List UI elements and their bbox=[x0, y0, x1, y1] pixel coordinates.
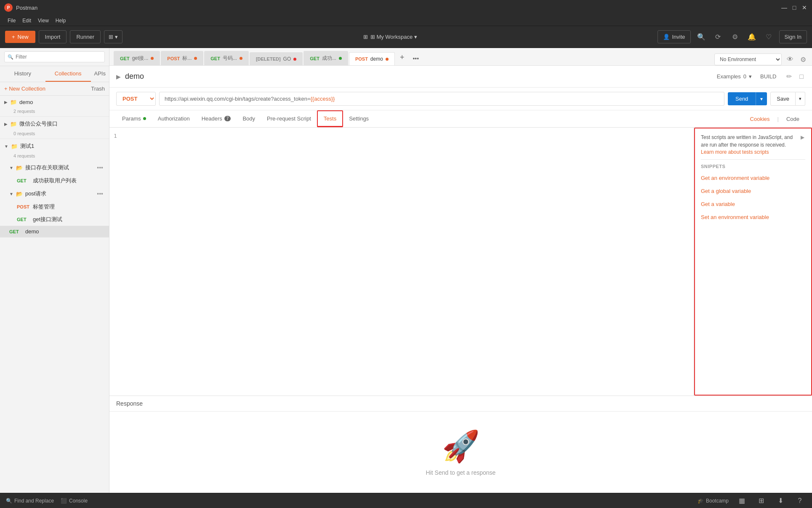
req-tab-pre-request[interactable]: Pre-request Script bbox=[261, 110, 317, 127]
build-button[interactable]: BUILD bbox=[756, 71, 780, 82]
cookies-link[interactable]: Cookies bbox=[744, 112, 776, 126]
tab-collections[interactable]: Collections bbox=[45, 66, 91, 82]
send-button[interactable]: Send bbox=[728, 92, 756, 105]
collection-demo-header[interactable]: ▶ 📁 demo bbox=[0, 96, 109, 109]
plus-icon: + bbox=[12, 34, 15, 40]
tab-label: 成功... bbox=[322, 55, 336, 62]
bootcamp-label: Bootcamp bbox=[706, 498, 729, 504]
workspace-button[interactable]: ⊞ ⊞ My Workspace ▾ bbox=[358, 31, 422, 43]
menu-help[interactable]: Help bbox=[52, 17, 69, 24]
notification-icon-btn[interactable]: 🔔 bbox=[745, 31, 758, 43]
req-tab-authorization[interactable]: Authorization bbox=[152, 110, 196, 127]
snippet-get-global[interactable]: Get a global variable bbox=[695, 184, 811, 198]
find-replace-button[interactable]: 🔍 Find and Replace bbox=[6, 498, 54, 504]
tab-apis[interactable]: APIs bbox=[91, 66, 109, 82]
minimize-button[interactable]: — bbox=[781, 4, 788, 11]
search-icon-btn[interactable]: 🔍 bbox=[695, 31, 708, 43]
sync-icon-btn[interactable]: ⟳ bbox=[712, 31, 724, 43]
tab-post-demo[interactable]: POST demo bbox=[349, 52, 395, 65]
search-input[interactable] bbox=[4, 51, 105, 62]
settings-icon-btn[interactable]: ⚙ bbox=[729, 31, 741, 43]
menu-edit[interactable]: Edit bbox=[19, 17, 35, 24]
tabs-bar: GET get接... POST 标... GET 号码... [DELETED… bbox=[109, 48, 812, 66]
invite-button[interactable]: 👤 Invite bbox=[658, 30, 690, 43]
req-tab-settings[interactable]: Settings bbox=[343, 110, 375, 127]
req-tab-body[interactable]: Body bbox=[237, 110, 261, 127]
req-tab-params[interactable]: Params bbox=[116, 110, 152, 127]
folder-association-header[interactable]: ▼ 📂 接口存在关联测试 ••• bbox=[0, 161, 109, 174]
new-collection-button[interactable]: + New Collection bbox=[4, 86, 45, 92]
env-view-button[interactable]: 👁 bbox=[785, 54, 795, 65]
help-button[interactable]: ? bbox=[793, 495, 806, 507]
snippet-set-env-link[interactable]: Set an environment variable bbox=[701, 214, 769, 220]
snippet-get-var-link[interactable]: Get a variable bbox=[701, 201, 735, 207]
signin-button[interactable]: Sign In bbox=[779, 30, 807, 43]
toolbar: + Postman New Import Runner ⊞ ▾ ⊞ ⊞ My W… bbox=[0, 26, 812, 48]
examples-button[interactable]: Examples 0 ▾ bbox=[717, 73, 752, 80]
folder-post-header[interactable]: ▼ 📂 post请求 ••• bbox=[0, 187, 109, 201]
editor-area[interactable]: 1 bbox=[109, 128, 694, 396]
menu-view[interactable]: View bbox=[35, 17, 52, 24]
request-get-users[interactable]: GET 成功获取用户列表 bbox=[0, 174, 109, 187]
console-button[interactable]: ⬛ Console bbox=[61, 498, 88, 504]
send-dropdown-button[interactable]: ▾ bbox=[756, 92, 767, 105]
code-link[interactable]: Code bbox=[780, 112, 805, 126]
save-dropdown-button[interactable]: ▾ bbox=[796, 92, 805, 106]
env-settings-button[interactable]: ⚙ bbox=[799, 54, 808, 65]
close-button[interactable]: ✕ bbox=[801, 4, 808, 11]
rocket-illustration: 🚀 bbox=[442, 428, 480, 464]
import-button[interactable]: Import bbox=[39, 30, 67, 43]
tab-label: get接... bbox=[132, 55, 149, 62]
statusbar-left: 🔍 Find and Replace ⬛ Console bbox=[6, 498, 88, 504]
snippet-get-global-link[interactable]: Get a global variable bbox=[701, 188, 751, 194]
bootcamp-button[interactable]: 🎓 Bootcamp bbox=[698, 498, 729, 504]
folder-more-button[interactable]: ••• bbox=[95, 190, 105, 198]
params-dot bbox=[143, 117, 146, 120]
maximize-button[interactable]: □ bbox=[791, 4, 798, 11]
collection-wechat-header[interactable]: ▶ 📁 微信公众号接口 bbox=[0, 117, 109, 131]
runner-button[interactable]: Runner bbox=[70, 30, 101, 43]
collection-test1-header[interactable]: ▼ 📁 测试1 bbox=[0, 139, 109, 153]
expand-arrow-icon[interactable]: ▶ bbox=[116, 73, 121, 80]
snippet-get-env-link[interactable]: Get an environment variable bbox=[701, 175, 769, 181]
folder-more-button[interactable]: ••• bbox=[95, 163, 105, 172]
method-select[interactable]: POST GET PUT DELETE bbox=[116, 92, 156, 106]
tab-deleted-go[interactable]: [DELETED] GO bbox=[250, 52, 303, 65]
response-header: Response bbox=[109, 396, 812, 412]
learn-more-link[interactable]: Learn more about tests scripts bbox=[701, 149, 769, 155]
url-display: https://api.weixin.qq.com/cgi-bin/tags/c… bbox=[159, 92, 724, 106]
code-editor[interactable] bbox=[122, 132, 690, 391]
tab-history[interactable]: History bbox=[0, 66, 45, 82]
main-layout: History Collections APIs + New Collectio… bbox=[0, 48, 812, 493]
save-button[interactable]: Save bbox=[770, 92, 796, 106]
snippet-set-env[interactable]: Set an environment variable bbox=[695, 211, 811, 224]
add-tab-button[interactable]: + bbox=[396, 50, 409, 65]
trash-button[interactable]: Trash bbox=[91, 86, 105, 92]
request-post-tags[interactable]: POST 标签管理 bbox=[0, 201, 109, 213]
tab-get-成功[interactable]: GET 成功... bbox=[304, 51, 348, 65]
snippet-get-var[interactable]: Get a variable bbox=[695, 198, 811, 211]
req-tab-headers[interactable]: Headers 7 bbox=[196, 110, 237, 127]
find-replace-label: Find and Replace bbox=[14, 498, 54, 504]
heart-icon-btn[interactable]: ♡ bbox=[762, 31, 775, 43]
layouts-button[interactable]: ⊞ ▾ bbox=[104, 30, 122, 43]
line-numbers: 1 bbox=[114, 132, 117, 391]
more-tabs-button[interactable]: ••• bbox=[408, 52, 423, 65]
new-button[interactable]: + Postman New bbox=[5, 31, 35, 43]
environment-select[interactable]: No Environment bbox=[714, 53, 782, 65]
folder-post-name: post请求 bbox=[25, 190, 95, 198]
snippets-expand-button[interactable]: ▶ bbox=[800, 134, 805, 141]
tab-get-接[interactable]: GET get接... bbox=[114, 51, 160, 65]
menu-file[interactable]: File bbox=[4, 17, 19, 24]
tab-get-号码[interactable]: GET 号码... bbox=[204, 51, 249, 65]
req-tab-tests[interactable]: Tests bbox=[317, 110, 343, 127]
tab-post-标[interactable]: POST 标... bbox=[161, 51, 203, 65]
snippet-get-env[interactable]: Get an environment variable bbox=[695, 171, 811, 184]
request-demo[interactable]: GET demo bbox=[0, 226, 109, 237]
request-get-interface[interactable]: GET get接口测试 bbox=[0, 213, 109, 226]
edit-icon-button[interactable]: ✏ bbox=[785, 71, 793, 82]
save-as-button[interactable]: □ bbox=[798, 71, 805, 82]
layout-toggle-button[interactable]: ▦ bbox=[735, 495, 748, 507]
grid-view-button[interactable]: ⊞ bbox=[755, 495, 767, 507]
download-button[interactable]: ⬇ bbox=[774, 495, 787, 507]
